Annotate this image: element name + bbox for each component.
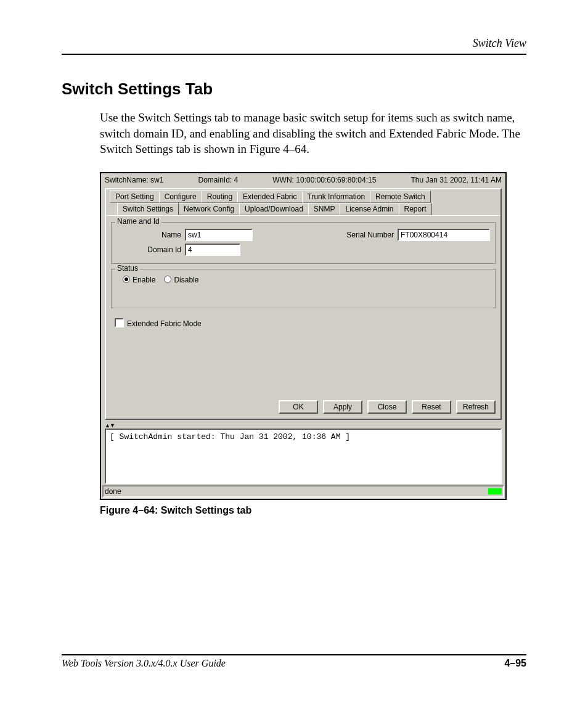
split-handle-icon: ▲▼ bbox=[105, 422, 115, 429]
tab-remote-switch[interactable]: Remote Switch bbox=[370, 191, 431, 203]
tab-upload-download[interactable]: Upload/Download bbox=[239, 203, 309, 215]
console-output: [ SwitchAdmin started: Thu Jan 31 2002, … bbox=[105, 429, 502, 484]
header-switchname: SwitchName: sw1 bbox=[105, 176, 163, 184]
close-button[interactable]: Close bbox=[367, 400, 407, 414]
tab-snmp[interactable]: SNMP bbox=[308, 203, 341, 215]
footer-title: Web Tools Version 3.0.x/4.0.x User Guide bbox=[62, 658, 226, 669]
refresh-button[interactable]: Refresh bbox=[456, 400, 496, 414]
fieldset-name-id: Name and Id Name Serial Number Domain Id bbox=[111, 222, 496, 264]
status-bar: done bbox=[102, 485, 504, 498]
tab-license-admin[interactable]: License Admin bbox=[340, 203, 399, 215]
tab-extended-fabric[interactable]: Extended Fabric bbox=[237, 191, 302, 203]
switch-admin-window: SwitchName: sw1 DomainId: 4 WWN: 10:00:0… bbox=[100, 172, 507, 500]
split-handle[interactable]: ▲▼ bbox=[105, 422, 502, 429]
ok-button[interactable]: OK bbox=[279, 400, 318, 414]
radio-dot-icon bbox=[164, 276, 171, 283]
label-serial: Serial Number bbox=[346, 231, 398, 239]
section-heading: Switch Settings Tab bbox=[62, 80, 526, 99]
radio-disable[interactable]: Disable bbox=[164, 276, 198, 284]
figure-caption: Figure 4–64: Switch Settings tab bbox=[100, 505, 526, 516]
status-led-icon bbox=[488, 488, 502, 495]
legend-status: Status bbox=[115, 264, 140, 273]
tab-configure[interactable]: Configure bbox=[159, 191, 202, 203]
radio-dot-icon bbox=[123, 276, 130, 283]
tab-report[interactable]: Report bbox=[399, 203, 432, 215]
tab-network-config[interactable]: Network Config bbox=[178, 203, 240, 215]
footer-page-number: 4–95 bbox=[504, 658, 526, 669]
fieldset-status: Status Enable Disable bbox=[111, 269, 496, 308]
tab-trunk-information[interactable]: Trunk Information bbox=[302, 191, 371, 203]
radio-enable[interactable]: Enable bbox=[123, 276, 155, 284]
running-header: Switch View bbox=[62, 37, 526, 50]
extended-fabric-checkbox[interactable]: Extended Fabric Mode bbox=[111, 313, 496, 328]
status-text: done bbox=[105, 487, 121, 496]
name-input[interactable] bbox=[185, 229, 253, 241]
legend-name-id: Name and Id bbox=[115, 217, 161, 226]
tab-routing[interactable]: Routing bbox=[202, 191, 238, 203]
label-domain-id: Domain Id bbox=[116, 245, 185, 254]
label-name: Name bbox=[116, 231, 185, 239]
domain-id-input[interactable] bbox=[185, 244, 240, 256]
checkbox-icon bbox=[115, 318, 124, 327]
header-wwn: WWN: 10:00:00:60:69:80:04:15 bbox=[272, 176, 376, 184]
window-header: SwitchName: sw1 DomainId: 4 WWN: 10:00:0… bbox=[101, 173, 505, 188]
tab-row-back: Port Setting Configure Routing Extended … bbox=[106, 191, 500, 203]
body-paragraph: Use the Switch Settings tab to manage ba… bbox=[100, 110, 526, 157]
header-domain: DomainId: 4 bbox=[198, 176, 238, 184]
reset-button[interactable]: Reset bbox=[412, 400, 451, 414]
tab-port-setting[interactable]: Port Setting bbox=[110, 191, 160, 203]
tab-switch-settings[interactable]: Switch Settings bbox=[117, 203, 179, 215]
apply-button[interactable]: Apply bbox=[323, 400, 362, 414]
tab-row-front: Switch Settings Network Config Upload/Do… bbox=[106, 203, 500, 215]
serial-input[interactable] bbox=[398, 229, 490, 241]
header-time: Thu Jan 31 2002, 11:41 AM bbox=[411, 176, 502, 184]
